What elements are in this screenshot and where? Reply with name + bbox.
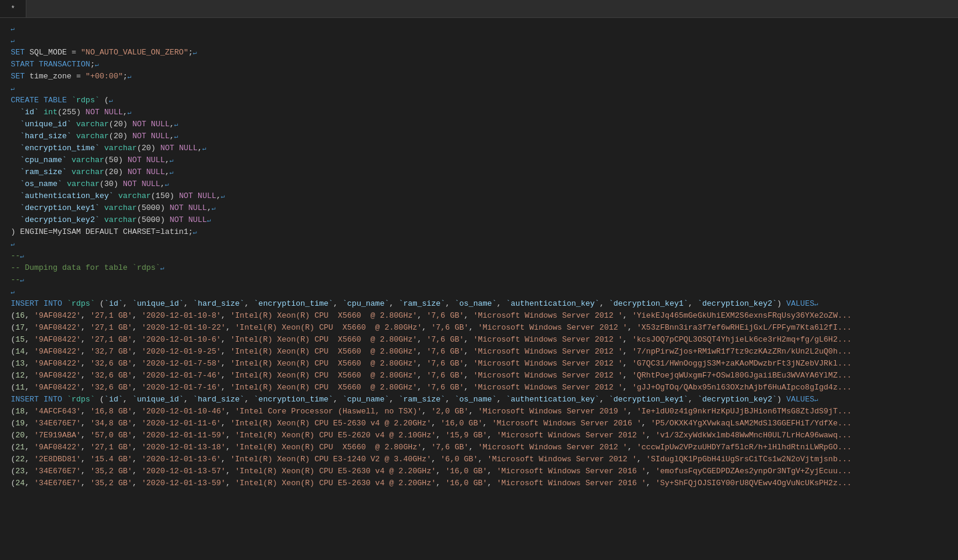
line-gutter (0, 142, 6, 154)
line-content: ↵ (6, 35, 958, 47)
line-content: ↵ (6, 238, 958, 250)
line-content: `os_name` varchar(30) NOT NULL,↵ (6, 178, 958, 190)
line-content: `ram_size` varchar(20) NOT NULL,↵ (6, 166, 958, 178)
editor-container: ↵↵SET SQL_MODE = "NO_AUTO_VALUE_ON_ZERO"… (0, 18, 958, 560)
code-line: -- Dumping data for table `rdps`↵ (0, 262, 958, 274)
code-line: ↵ (0, 83, 958, 95)
line-gutter (0, 59, 6, 71)
line-content: (24, '34E676E7', '35,2 GB', '2020-12-01-… (6, 477, 958, 489)
line-gutter (0, 178, 6, 190)
code-line: `unique_id` varchar(20) NOT NULL,↵ (0, 118, 958, 130)
line-content: --↵ (6, 250, 958, 262)
code-line: CREATE TABLE `rdps` (↵ (0, 95, 958, 106)
line-content: `cpu_name` varchar(50) NOT NULL,↵ (6, 154, 958, 166)
line-gutter (0, 214, 6, 226)
line-content: `id` int(255) NOT NULL,↵ (6, 106, 958, 118)
line-gutter (0, 274, 6, 286)
line-content: ) ENGINE=MyISAM DEFAULT CHARSET=latin1;↵ (6, 226, 958, 238)
line-gutter (0, 47, 6, 59)
code-line: ↵ (0, 286, 958, 298)
code-line: (14, '9AF08422', '32,7 GB', '2020-12-01-… (0, 346, 958, 358)
line-gutter (0, 130, 6, 142)
line-content: (22, '2E8DBD81', '15.4 GB', '2020-12-01-… (6, 454, 958, 465)
line-content: (15, '9AF08422', '27,1 GB', '2020-12-01-… (6, 334, 958, 346)
code-editor: ↵↵SET SQL_MODE = "NO_AUTO_VALUE_ON_ZERO"… (0, 23, 958, 489)
line-gutter (0, 106, 6, 118)
line-content: INSERT INTO `rdps` (`id`, `unique_id`, `… (6, 298, 958, 310)
code-line: START TRANSACTION;↵ (0, 59, 958, 71)
line-content: (18, '4AFCF643', '16,8 GB', '2020-12-01-… (6, 406, 958, 418)
line-gutter (0, 71, 6, 83)
tab-db-sql[interactable]: * (0, 0, 26, 17)
code-line: `os_name` varchar(30) NOT NULL,↵ (0, 178, 958, 190)
code-line: (22, '2E8DBD81', '15.4 GB', '2020-12-01-… (0, 454, 958, 465)
line-gutter (0, 226, 6, 238)
line-content: (17, '9AF08422', '27,1 GB', '2020-12-01-… (6, 322, 958, 334)
line-content: `hard_size` varchar(20) NOT NULL,↵ (6, 130, 958, 142)
code-line: ↵ (0, 23, 958, 35)
line-gutter (0, 477, 6, 489)
line-gutter (0, 238, 6, 250)
line-gutter (0, 418, 6, 430)
line-content: (14, '9AF08422', '32,7 GB', '2020-12-01-… (6, 346, 958, 358)
line-gutter (0, 346, 6, 358)
code-line: INSERT INTO `rdps` (`id`, `unique_id`, `… (0, 394, 958, 406)
line-gutter (0, 358, 6, 370)
line-content: SET time_zone = "+00:00";↵ (6, 71, 958, 83)
code-line: `cpu_name` varchar(50) NOT NULL,↵ (0, 154, 958, 166)
code-line: INSERT INTO `rdps` (`id`, `unique_id`, `… (0, 298, 958, 310)
tab-bar: * (0, 0, 958, 18)
line-content: SET SQL_MODE = "NO_AUTO_VALUE_ON_ZERO";↵ (6, 47, 958, 59)
line-content: ↵ (6, 83, 958, 95)
line-gutter (0, 190, 6, 202)
line-gutter (0, 334, 6, 346)
code-line: --↵ (0, 274, 958, 286)
code-line: `hard_size` varchar(20) NOT NULL,↵ (0, 130, 958, 142)
line-content: (12, '9AF08422', '32,6 GB', '2020-12-01-… (6, 370, 958, 382)
line-gutter (0, 166, 6, 178)
line-gutter (0, 430, 6, 442)
code-line: ↵ (0, 35, 958, 47)
line-gutter (0, 442, 6, 454)
code-line: ) ENGINE=MyISAM DEFAULT CHARSET=latin1;↵ (0, 226, 958, 238)
line-content: (13, '9AF08422', '32,6 GB', '2020-12-01-… (6, 358, 958, 370)
line-gutter (0, 298, 6, 310)
code-line: `decryption_key1` varchar(5000) NOT NULL… (0, 202, 958, 214)
code-line: (17, '9AF08422', '27,1 GB', '2020-12-01-… (0, 322, 958, 334)
line-gutter (0, 370, 6, 382)
code-line: (23, '34E676E7', '35,2 GB', '2020-12-01-… (0, 465, 958, 477)
line-content: (20, '7E919ABA', '57,0 GB', '2020-12-01-… (6, 430, 958, 442)
code-line: SET SQL_MODE = "NO_AUTO_VALUE_ON_ZERO";↵ (0, 47, 958, 59)
code-line: (18, '4AFCF643', '16,8 GB', '2020-12-01-… (0, 406, 958, 418)
line-gutter (0, 23, 6, 35)
code-line: `encryption_time` varchar(20) NOT NULL,↵ (0, 142, 958, 154)
line-gutter (0, 154, 6, 166)
code-line: (24, '34E676E7', '35,2 GB', '2020-12-01-… (0, 477, 958, 489)
line-gutter (0, 83, 6, 95)
line-gutter (0, 262, 6, 274)
code-line: (20, '7E919ABA', '57,0 GB', '2020-12-01-… (0, 430, 958, 442)
line-content: ↵ (6, 286, 958, 298)
line-content: (21, '9AF08422', '27,1 GB', '2020-12-01-… (6, 442, 958, 454)
line-content: `encryption_time` varchar(20) NOT NULL,↵ (6, 142, 958, 154)
line-content: INSERT INTO `rdps` (`id`, `unique_id`, `… (6, 394, 958, 406)
line-content: -- Dumping data for table `rdps`↵ (6, 262, 958, 274)
line-content: (23, '34E676E7', '35,2 GB', '2020-12-01-… (6, 465, 958, 477)
line-content: `decryption_key2` varchar(5000) NOT NULL… (6, 214, 958, 226)
code-line: SET time_zone = "+00:00";↵ (0, 71, 958, 83)
code-line: (21, '9AF08422', '27,1 GB', '2020-12-01-… (0, 442, 958, 454)
line-content: START TRANSACTION;↵ (6, 59, 958, 71)
line-gutter (0, 406, 6, 418)
line-gutter (0, 118, 6, 130)
line-gutter (0, 202, 6, 214)
code-line: `authentication_key` varchar(150) NOT NU… (0, 190, 958, 202)
line-content: `authentication_key` varchar(150) NOT NU… (6, 190, 958, 202)
line-gutter (0, 454, 6, 465)
code-line: `ram_size` varchar(20) NOT NULL,↵ (0, 166, 958, 178)
line-content: (16, '9AF08422', '27,1 GB', '2020-12-01-… (6, 310, 958, 322)
line-gutter (0, 465, 6, 477)
code-line: (13, '9AF08422', '32,6 GB', '2020-12-01-… (0, 358, 958, 370)
line-gutter (0, 322, 6, 334)
line-content: ↵ (6, 23, 958, 35)
code-line: `decryption_key2` varchar(5000) NOT NULL… (0, 214, 958, 226)
